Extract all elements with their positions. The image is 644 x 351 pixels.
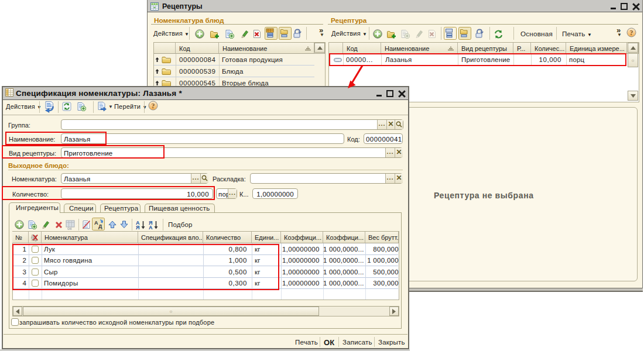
svg-text:Я: Я [136,225,139,230]
svg-text:Д: Д [98,223,102,229]
svg-text:?: ? [630,29,633,37]
svg-text:А: А [94,220,98,226]
svg-text:?: ? [152,102,155,110]
svg-text:А: А [149,225,153,230]
svg-text:ок: ок [67,226,72,230]
